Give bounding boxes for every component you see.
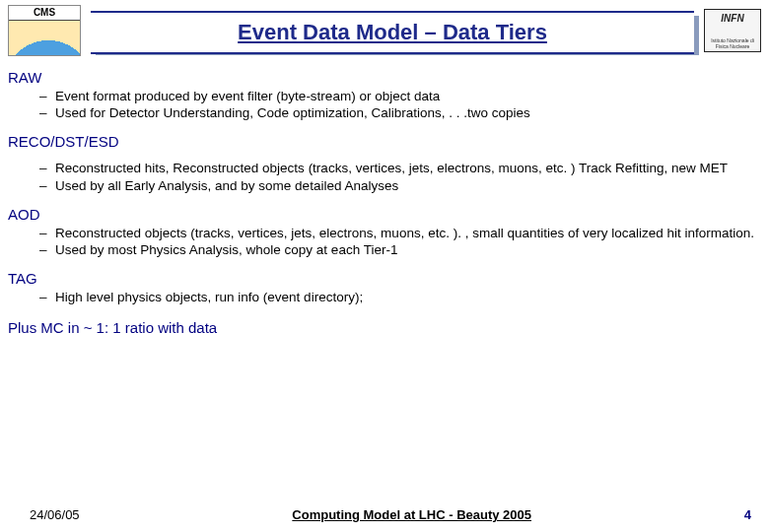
tier-heading-aod: AOD	[8, 206, 757, 224]
tier-list-raw: Event format produced by event filter (b…	[8, 89, 757, 121]
tier-heading-tag: TAG	[8, 270, 757, 288]
tier-heading-raw: RAW	[8, 69, 757, 87]
slide-body: RAW Event format produced by event filte…	[0, 57, 769, 337]
tier-list-reco: Reconstructed hits, Reconstructed object…	[8, 161, 757, 193]
footer-date: 24/06/05	[30, 507, 80, 522]
list-item: Reconstructed hits, Reconstructed object…	[55, 161, 757, 176]
list-item: Used by all Early Analysis, and by some …	[55, 178, 757, 194]
infn-logo-sub: Istituto Nazionale di Fisica Nucleare	[705, 37, 760, 49]
list-item: Reconstructed objects (tracks, vertices,…	[55, 226, 757, 241]
tier-heading-reco: RECO/DST/ESD	[8, 133, 757, 151]
cms-logo-label: CMS	[9, 6, 80, 21]
tier-list-tag: High level physics objects, run info (ev…	[8, 290, 757, 305]
list-item: Used for Detector Understanding, Code op…	[55, 105, 757, 121]
list-item: Used by most Physics Analysis, whole cop…	[55, 242, 757, 258]
infn-logo-label: INFN	[705, 13, 760, 24]
plus-mc-line: Plus MC in ~ 1: 1 ratio with data	[8, 319, 757, 337]
slide-footer: 24/06/05 Computing Model at LHC - Beauty…	[0, 507, 769, 522]
infn-logo-icon: INFN Istituto Nazionale di Fisica Nuclea…	[704, 9, 761, 52]
title-bar: Event Data Model – Data Tiers	[91, 11, 694, 50]
list-item: High level physics objects, run info (ev…	[55, 290, 757, 305]
tier-list-aod: Reconstructed objects (tracks, vertices,…	[8, 226, 757, 258]
footer-page-number: 4	[744, 507, 751, 522]
slide-title: Event Data Model – Data Tiers	[238, 20, 547, 45]
footer-center: Computing Model at LHC - Beauty 2005	[80, 507, 744, 522]
slide-header: CMS Event Data Model – Data Tiers INFN I…	[0, 0, 769, 57]
list-item: Event format produced by event filter (b…	[55, 89, 757, 104]
cms-logo-icon: CMS	[8, 5, 81, 56]
